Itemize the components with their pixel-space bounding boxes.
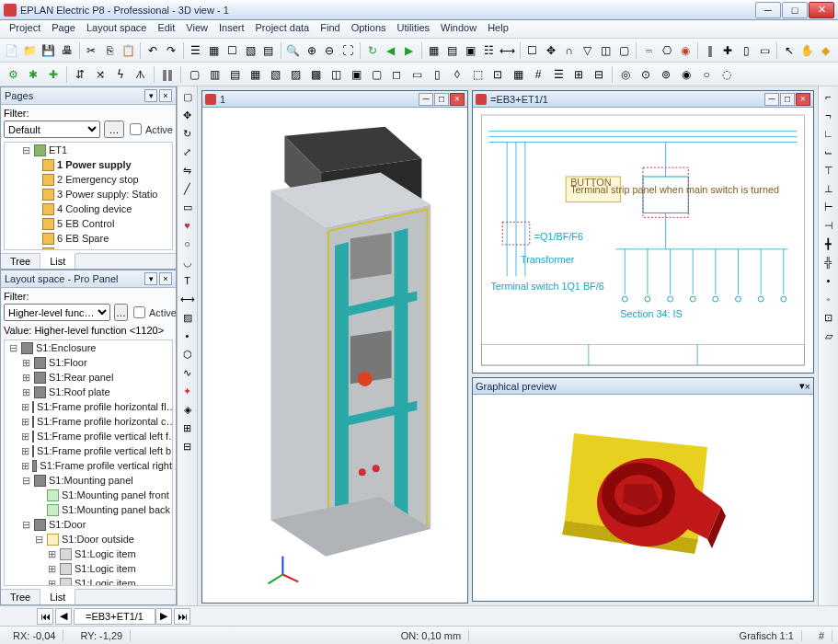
- doc-nav-last-icon[interactable]: ⏭: [174, 608, 190, 625]
- menu-help[interactable]: Help: [482, 20, 514, 38]
- tb2-gear-icon[interactable]: ⚙: [4, 65, 22, 84]
- layout-tree-item[interactable]: ⊞S1:Frame profile vertical left b…: [5, 443, 172, 458]
- expand-icon[interactable]: ⊞: [21, 414, 29, 429]
- tb-copy-icon[interactable]: ⎘: [101, 41, 118, 60]
- menu-project[interactable]: Project: [4, 20, 46, 38]
- expand-icon[interactable]: ⊞: [21, 458, 29, 473]
- panel-close-icon[interactable]: ×: [805, 381, 810, 392]
- layout-tree-item[interactable]: ⊞S1:Roof plate: [5, 385, 172, 399]
- vtr-1-icon[interactable]: ⌐: [821, 88, 837, 105]
- tb-refresh-icon[interactable]: ↻: [364, 41, 381, 60]
- vt-rect-icon[interactable]: ▭: [179, 199, 196, 215]
- layout-tree-item[interactable]: ⊞S1:Frame profile vertical left f…: [5, 429, 172, 443]
- vtr-2-icon[interactable]: ¬: [821, 107, 837, 123]
- vt-move-icon[interactable]: ✥: [179, 107, 196, 123]
- vt-extra1-icon[interactable]: ◈: [179, 401, 196, 418]
- tb-redo-icon[interactable]: ↷: [163, 41, 179, 60]
- tab-list[interactable]: List: [40, 589, 75, 604]
- window-min-icon[interactable]: ─: [419, 93, 433, 106]
- tb2-m9-icon[interactable]: ▣: [347, 65, 365, 84]
- tb-preview-icon[interactable]: ☐: [224, 41, 240, 60]
- tb2-m6-icon[interactable]: ▨: [286, 65, 304, 84]
- tb-arrow-left-icon[interactable]: ◀: [383, 41, 399, 60]
- layout-tree-item[interactable]: ⊟S1:Enclosure: [5, 340, 172, 355]
- tb-arrow-right-icon[interactable]: ▶: [401, 41, 418, 60]
- maximize-button[interactable]: □: [782, 2, 808, 18]
- tb-connect-icon[interactable]: ⎔: [659, 41, 675, 60]
- tb2-m16-icon[interactable]: ⊡: [488, 65, 507, 84]
- menu-options[interactable]: Options: [346, 20, 392, 38]
- layout-tree-item[interactable]: ⊟S1:Door: [5, 517, 172, 532]
- window-close-icon[interactable]: ×: [450, 93, 465, 106]
- tb-check-icon[interactable]: ▢: [615, 41, 632, 60]
- doc-nav-prev-icon[interactable]: ◀: [55, 608, 72, 625]
- tb2-m14-icon[interactable]: ◊: [448, 65, 466, 84]
- tb-box-icon[interactable]: ◫: [598, 41, 614, 60]
- window-close-icon[interactable]: ×: [796, 93, 810, 106]
- expand-icon[interactable]: ⊞: [21, 370, 31, 385]
- expand-icon[interactable]: ⊞: [47, 546, 57, 561]
- tb-grid-icon[interactable]: ▦: [426, 41, 442, 60]
- tb-open-icon[interactable]: 📁: [22, 41, 39, 60]
- vtr-10-icon[interactable]: ╬: [821, 254, 837, 270]
- pages-tree-item[interactable]: 7 AB Control: [5, 246, 172, 250]
- panel-close-icon[interactable]: ×: [159, 89, 172, 102]
- tb-frame-icon[interactable]: ▯: [738, 41, 754, 60]
- vt-text-icon[interactable]: T: [179, 272, 196, 289]
- vt-point-icon[interactable]: •: [179, 328, 196, 344]
- expand-icon[interactable]: ⊞: [21, 399, 29, 414]
- tb2-m4-icon[interactable]: ▦: [246, 65, 264, 84]
- schematic-canvas[interactable]: BUTTON Terminal strip panel when main sw…: [473, 108, 813, 373]
- menu-find[interactable]: Find: [315, 20, 345, 38]
- window-max-icon[interactable]: □: [780, 93, 795, 106]
- tab-tree[interactable]: Tree: [1, 590, 40, 604]
- tb2-lines-icon[interactable]: ‖‖: [158, 65, 177, 84]
- tb-zoom-in-icon[interactable]: ⊕: [304, 41, 320, 60]
- menu-utilities[interactable]: Utilities: [392, 20, 435, 38]
- filter-select[interactable]: Higher-level func…: [4, 304, 110, 321]
- tb2-m13-icon[interactable]: ▯: [428, 65, 446, 84]
- tb2-m20-icon[interactable]: ⊞: [569, 65, 588, 84]
- tb2-m3-icon[interactable]: ▤: [225, 65, 244, 84]
- tb2-m1-icon[interactable]: ▢: [185, 65, 203, 84]
- tb2-link-icon[interactable]: ⇵: [71, 65, 89, 84]
- vtr-7-icon[interactable]: ⊢: [821, 199, 837, 215]
- tb-filter-icon[interactable]: ▽: [580, 41, 596, 60]
- expand-icon[interactable]: ⊟: [21, 517, 31, 532]
- tb2-n1-icon[interactable]: ◎: [616, 65, 635, 84]
- vtr-12-icon[interactable]: ◦: [821, 291, 837, 307]
- tb2-m2-icon[interactable]: ▥: [205, 65, 224, 84]
- tb2-m17-icon[interactable]: ▦: [509, 65, 527, 84]
- vt-extra3-icon[interactable]: ⊟: [179, 438, 196, 454]
- tb-zoom-out-icon[interactable]: ⊖: [322, 41, 339, 60]
- tb-snap-icon[interactable]: ▣: [462, 41, 478, 60]
- tb-dim-icon[interactable]: ⟷: [499, 41, 516, 60]
- tb2-n5-icon[interactable]: ○: [697, 65, 716, 84]
- filter-browse-button[interactable]: …: [114, 304, 128, 321]
- tb-layer-icon[interactable]: ▤: [444, 41, 461, 60]
- tb2-m8-icon[interactable]: ◫: [327, 65, 345, 84]
- vt-circle-icon[interactable]: ○: [179, 236, 196, 252]
- expand-icon[interactable]: ⊟: [34, 532, 44, 546]
- expand-icon[interactable]: ⊞: [21, 429, 29, 443]
- expand-icon[interactable]: ⊞: [21, 443, 29, 458]
- tb-cursor-icon[interactable]: ↖: [781, 41, 798, 60]
- menu-page[interactable]: Page: [46, 20, 81, 38]
- tb2-m12-icon[interactable]: ▭: [408, 65, 426, 84]
- tb-zoom-area-icon[interactable]: 🔍: [285, 41, 302, 60]
- vt-extra2-icon[interactable]: ⊞: [179, 420, 196, 436]
- tb-wire-icon[interactable]: ⎓: [640, 41, 657, 60]
- layout-tree-item[interactable]: S1:Mounting panel back: [5, 502, 172, 517]
- layout-tree-item[interactable]: ⊟S1:Mounting panel: [5, 473, 172, 488]
- doc-nav-next-icon[interactable]: ▶: [155, 608, 172, 625]
- tb-struct-icon[interactable]: ‖: [702, 41, 718, 60]
- tb-label-icon[interactable]: ▭: [756, 41, 773, 60]
- vt-scale-icon[interactable]: ⤢: [179, 144, 196, 160]
- tb2-puzzle-icon[interactable]: ✱: [24, 65, 42, 84]
- tb-undo-icon[interactable]: ↶: [144, 41, 161, 60]
- tree-root[interactable]: ⊟ET1: [5, 143, 172, 157]
- menu-view[interactable]: View: [180, 20, 213, 38]
- vtr-6-icon[interactable]: ⊥: [821, 180, 837, 197]
- layout-tree-item[interactable]: ⊞S1:Logic item: [5, 546, 172, 561]
- tb-cut-icon[interactable]: ✂: [83, 41, 99, 60]
